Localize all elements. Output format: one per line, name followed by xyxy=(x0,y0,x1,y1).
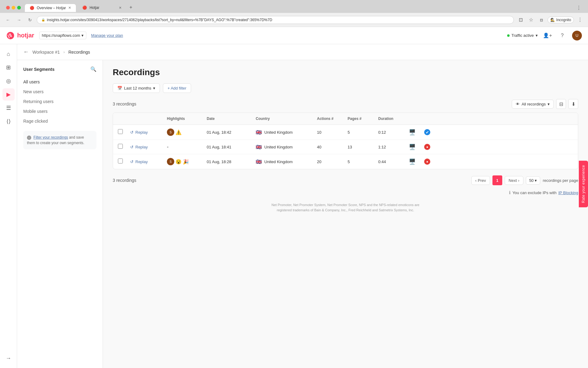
rate-sidebar: Rate your experience xyxy=(579,161,588,207)
manage-plan-link[interactable]: Manage your plan xyxy=(91,33,123,38)
all-recordings-dropdown[interactable]: 👁 All recordings ▾ xyxy=(512,100,554,109)
table-row: ↺ Replay S 😮 🎉 01 Aug, 18:28 🇬🇧 xyxy=(113,154,578,169)
new-tab-button[interactable]: + xyxy=(126,3,135,12)
row3-highlight-emoji2: 🎉 xyxy=(183,159,189,165)
add-filter-button[interactable]: + Add filter xyxy=(163,83,191,93)
help-icon[interactable]: ? xyxy=(557,31,567,40)
breadcrumb-page: Recordings xyxy=(68,50,90,55)
sidebar-icon-collapse[interactable]: → xyxy=(2,352,15,364)
next-page-button[interactable]: Next › xyxy=(505,176,523,185)
traffic-chevron: ▾ xyxy=(536,33,538,38)
hotjar-logo[interactable]: hotjar xyxy=(6,31,34,40)
site-selector[interactable]: https://snapflows.com ▾ xyxy=(39,32,86,39)
row1-duration: 0:12 xyxy=(378,130,409,135)
per-page-label: recordings per page xyxy=(543,178,578,183)
segment-item-new-users[interactable]: New users xyxy=(17,87,103,97)
window-control-maximize[interactable] xyxy=(17,6,21,10)
tab2-close-icon[interactable]: ✕ xyxy=(119,6,122,10)
row3-pages: 5 xyxy=(348,159,378,164)
row2-replay-button[interactable]: ↺ Replay xyxy=(130,145,167,149)
lock-icon: 🔒 xyxy=(41,18,45,21)
row3-highlight-avatar: S xyxy=(167,158,174,165)
sidebar-icon-heatmap[interactable]: ◎ xyxy=(2,75,15,87)
bookmark-icon[interactable]: ☆ xyxy=(527,16,535,24)
recordings-main: Recordings 📅 Last 12 months ▾ + Add filt… xyxy=(103,60,588,368)
prev-page-button[interactable]: ‹ Prev xyxy=(471,176,490,185)
sidebar-icon-home[interactable]: ⌂ xyxy=(2,48,15,60)
window-control-close[interactable] xyxy=(6,6,10,10)
segment-panel: User Segments 🔍 All users New users Retu… xyxy=(17,60,103,368)
back-button[interactable]: ← xyxy=(4,16,12,24)
breadcrumb: ← Workspace #1 › Recordings xyxy=(17,44,588,60)
segment-item-all-users[interactable]: All users xyxy=(17,77,103,87)
tab1-favicon: 🔴 xyxy=(30,6,34,10)
recordings-table: Highlights Date Country Actions # Pages … xyxy=(113,113,578,169)
row3-replay-button[interactable]: ↺ Replay xyxy=(130,159,167,164)
user-avatar[interactable]: U xyxy=(572,31,582,40)
filter-link[interactable]: Filter your recordings xyxy=(33,135,68,140)
per-page-chevron: ▾ xyxy=(535,178,537,183)
traffic-dot xyxy=(507,34,510,37)
calendar-icon: 📅 xyxy=(117,86,122,90)
incognito-icon: 🕵️ xyxy=(550,18,555,22)
icon-sidebar: ⌂ ⊞ ◎ ▶ ☰ ⟨⟩ → xyxy=(0,44,17,368)
row1-flag: 🇬🇧 xyxy=(256,129,262,135)
sidebar-icon-funnels[interactable]: ⟨⟩ xyxy=(2,115,15,128)
filter-bar: 📅 Last 12 months ▾ + Add filter xyxy=(113,83,578,93)
date-filter-label: Last 12 months xyxy=(124,86,151,90)
logo-text: hotjar xyxy=(17,32,34,39)
row2-pages: 13 xyxy=(348,145,378,149)
browser-menu-dots[interactable]: ⋮ xyxy=(576,16,584,24)
sidebar-icon-dashboard[interactable]: ⊞ xyxy=(2,61,15,74)
add-user-button[interactable]: 👤+ xyxy=(543,31,552,40)
extensions-icon[interactable]: ⧈ xyxy=(537,16,546,24)
pagination-bar: 3 recordings ‹ Prev 1 Next › xyxy=(113,175,578,185)
traffic-status[interactable]: Traffic active ▾ xyxy=(507,33,538,38)
tab1-close-icon[interactable]: ✕ xyxy=(68,6,71,10)
row3-highlight-emoji1: 😮 xyxy=(175,159,182,165)
ip-blocking-link[interactable]: IP Blocking xyxy=(558,190,578,195)
col-country: Country xyxy=(256,117,317,121)
reload-button[interactable]: ↻ xyxy=(26,16,34,24)
row1-highlight-avatar: S xyxy=(167,128,174,136)
address-bar[interactable]: 🔒 insights.hotjar.com/sites/3090413/work… xyxy=(37,16,514,24)
table-header: Highlights Date Country Actions # Pages … xyxy=(113,113,578,125)
sidebar-icon-surveys[interactable]: ☰ xyxy=(2,102,15,114)
breadcrumb-workspace[interactable]: Workspace #1 xyxy=(32,50,60,55)
row3-date: 01 Aug, 18:28 xyxy=(207,159,256,164)
browser-menu-icon[interactable]: ⋮ xyxy=(575,3,583,12)
browser-tab-2[interactable]: 🔴 Hotjar ✕ xyxy=(77,4,126,12)
rate-tab[interactable]: Rate your experience xyxy=(579,161,588,207)
date-filter-button[interactable]: 📅 Last 12 months ▾ xyxy=(113,83,160,93)
row1-pages: 5 xyxy=(348,130,378,135)
replay-icon: ↺ xyxy=(130,159,134,164)
row1-checkbox[interactable] xyxy=(118,129,123,134)
segment-filter-hint: ○ Filter your recordings and save them t… xyxy=(23,131,96,149)
window-control-minimize[interactable] xyxy=(12,6,15,10)
segment-item-rage-clicked[interactable]: Rage clicked xyxy=(17,116,103,126)
sidebar-icon-recordings[interactable]: ▶ xyxy=(2,88,15,101)
row1-replay-button[interactable]: ↺ Replay xyxy=(130,130,167,135)
segment-item-returning-users[interactable]: Returning users xyxy=(17,97,103,106)
per-page-select[interactable]: 50 ▾ xyxy=(526,176,540,185)
row2-checkbox[interactable] xyxy=(118,144,123,149)
breadcrumb-separator: › xyxy=(63,50,65,54)
breadcrumb-back-button[interactable]: ← xyxy=(23,49,29,55)
replay-icon: ↺ xyxy=(130,130,134,135)
segment-search-icon[interactable]: 🔍 xyxy=(90,66,96,72)
row1-device-icon: 🖥️ xyxy=(409,129,424,136)
cast-icon[interactable]: ⊡ xyxy=(516,16,525,24)
recordings-count-top: 3 recordings xyxy=(113,102,136,106)
row2-country: 🇬🇧 United Kingdom xyxy=(256,144,317,150)
row1-highlight-warning: ⚠️ xyxy=(175,129,182,135)
download-button[interactable]: ⬇ xyxy=(568,99,578,109)
browser-tab-1[interactable]: 🔴 Overview – Hotjar ✕ xyxy=(24,4,76,12)
forward-button[interactable]: → xyxy=(15,16,23,24)
table-row: ↺ Replay S ⚠️ 01 Aug, 18:42 🇬🇧 United Ki… xyxy=(113,125,578,140)
incognito-button[interactable]: 🕵️ Incognito xyxy=(548,17,574,23)
row1-actions: 10 xyxy=(317,130,348,135)
segment-item-mobile-users[interactable]: Mobile users xyxy=(17,106,103,116)
table-view-button[interactable]: ⊟ xyxy=(556,99,566,109)
row3-checkbox[interactable] xyxy=(118,159,123,163)
recordings-count-bottom: 3 recordings xyxy=(113,178,136,183)
